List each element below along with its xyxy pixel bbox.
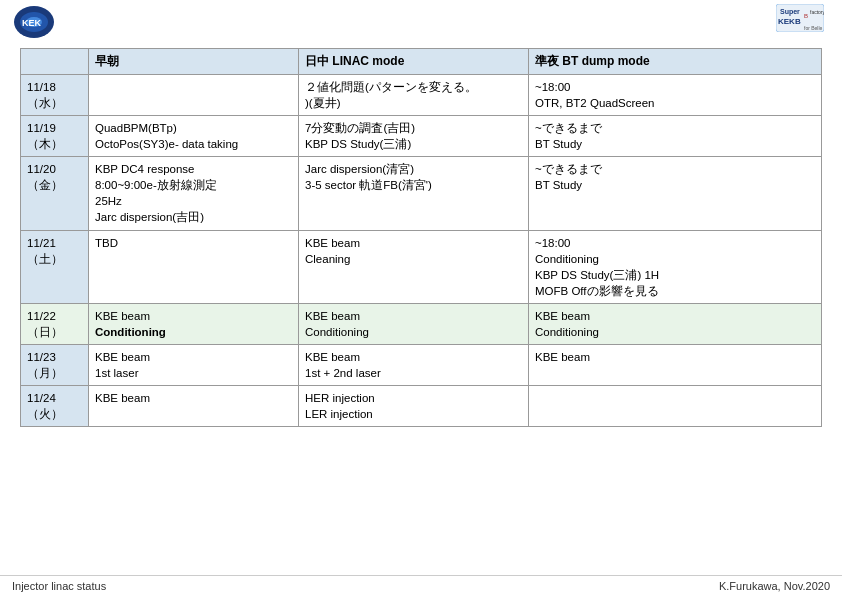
cell-daytime: HER injection LER injection bbox=[299, 386, 529, 427]
cell-early: KBE beam 1st laser bbox=[89, 345, 299, 386]
cell-late: ~18:00 Conditioning KBP DS Study(三浦) 1H … bbox=[529, 230, 822, 303]
svg-text:Super: Super bbox=[780, 8, 800, 16]
cell-daytime: Jarc dispersion(清宮) 3-5 sector 軌道FB(清宮') bbox=[299, 157, 529, 230]
cell-early: KBE beamConditioning bbox=[89, 303, 299, 344]
cell-late: KBE beam bbox=[529, 345, 822, 386]
table-row: 11/18 （水）２値化問題(パターンを変える。 )(夏井)~18:00 OTR… bbox=[21, 74, 822, 115]
table-header-row: 早朝 日中 LINAC mode 準夜 BT dump mode bbox=[21, 49, 822, 75]
footer-right: K.Furukawa, Nov.2020 bbox=[719, 580, 830, 592]
cell-late bbox=[529, 386, 822, 427]
table-row: 11/21 （土）TBDKBE beam Cleaning~18:00 Cond… bbox=[21, 230, 822, 303]
superkekb-logo: Super KEKB B factory for Belle II bbox=[770, 4, 830, 40]
cell-date: 11/18 （水） bbox=[21, 74, 89, 115]
cell-early bbox=[89, 74, 299, 115]
cell-date: 11/24 （火） bbox=[21, 386, 89, 427]
cell-late: ~18:00 OTR, BT2 QuadScreen bbox=[529, 74, 822, 115]
header-late: 準夜 BT dump mode bbox=[529, 49, 822, 75]
schedule-table: 早朝 日中 LINAC mode 準夜 BT dump mode 11/18 （… bbox=[20, 48, 822, 427]
table-row: 11/23 （月）KBE beam 1st laserKBE beam 1st … bbox=[21, 345, 822, 386]
cell-daytime: KBE beam Cleaning bbox=[299, 230, 529, 303]
header: KEK Super KEKB B factory for Belle II bbox=[0, 0, 842, 44]
table-row: 11/22 （日）KBE beamConditioningKBE beam Co… bbox=[21, 303, 822, 344]
cell-daytime: 7分変動の調査(吉田) KBP DS Study(三浦) bbox=[299, 115, 529, 156]
cell-early: KBP DC4 response 8:00~9:00e-放射線測定 25Hz J… bbox=[89, 157, 299, 230]
table-row: 11/24 （火）KBE beamHER injection LER injec… bbox=[21, 386, 822, 427]
cell-date: 11/20 （金） bbox=[21, 157, 89, 230]
page-wrapper: KEK Super KEKB B factory for Belle II 早朝… bbox=[0, 0, 842, 596]
svg-text:KEK: KEK bbox=[22, 18, 42, 28]
cell-date: 11/22 （日） bbox=[21, 303, 89, 344]
header-daytime: 日中 LINAC mode bbox=[299, 49, 529, 75]
footer-left: Injector linac status bbox=[12, 580, 106, 592]
cell-daytime: KBE beam 1st + 2nd laser bbox=[299, 345, 529, 386]
cell-date: 11/19 （木） bbox=[21, 115, 89, 156]
cell-daytime: ２値化問題(パターンを変える。 )(夏井) bbox=[299, 74, 529, 115]
cell-early: KBE beam bbox=[89, 386, 299, 427]
cell-early: QuadBPM(BTp) OctoPos(SY3)e- data taking bbox=[89, 115, 299, 156]
cell-date: 11/23 （月） bbox=[21, 345, 89, 386]
svg-text:KEKB: KEKB bbox=[778, 17, 801, 26]
cell-late: KBE beam Conditioning bbox=[529, 303, 822, 344]
svg-text:factory: factory bbox=[810, 9, 824, 15]
svg-text:B: B bbox=[804, 13, 808, 19]
table-row: 11/19 （木）QuadBPM(BTp) OctoPos(SY3)e- dat… bbox=[21, 115, 822, 156]
main-content: 早朝 日中 LINAC mode 準夜 BT dump mode 11/18 （… bbox=[0, 44, 842, 575]
cell-daytime: KBE beam Conditioning bbox=[299, 303, 529, 344]
header-early: 早朝 bbox=[89, 49, 299, 75]
svg-text:for Belle II: for Belle II bbox=[804, 25, 824, 31]
cell-early: TBD bbox=[89, 230, 299, 303]
kek-logo: KEK bbox=[12, 4, 72, 40]
table-row: 11/20 （金）KBP DC4 response 8:00~9:00e-放射線… bbox=[21, 157, 822, 230]
header-date bbox=[21, 49, 89, 75]
cell-late: ~できるまで BT Study bbox=[529, 157, 822, 230]
cell-date: 11/21 （土） bbox=[21, 230, 89, 303]
cell-late: ~できるまで BT Study bbox=[529, 115, 822, 156]
footer: Injector linac status K.Furukawa, Nov.20… bbox=[0, 575, 842, 596]
